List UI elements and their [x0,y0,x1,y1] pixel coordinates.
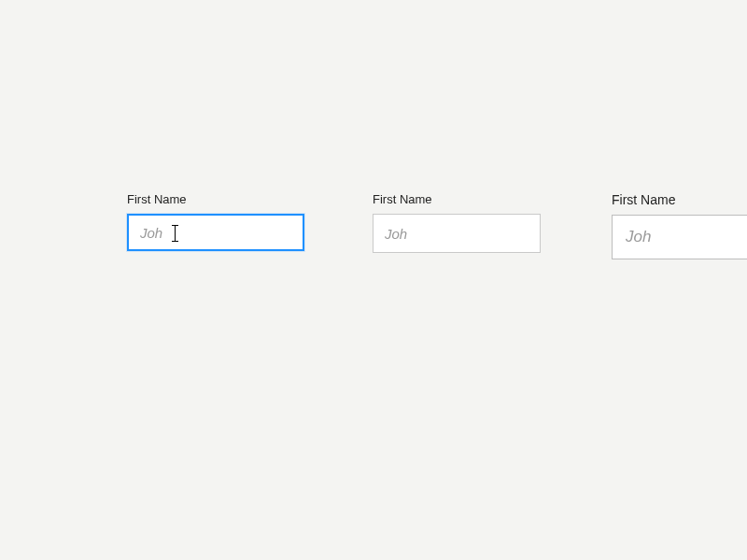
first-name-field-medium: First Name [373,192,541,253]
first-name-label: First Name [612,192,747,207]
first-name-field-focused: First Name [127,192,304,251]
first-name-input-focused[interactable] [127,214,304,251]
first-name-label: First Name [127,192,304,206]
first-name-input-large[interactable] [612,215,747,259]
first-name-input-medium[interactable] [373,214,541,253]
first-name-label: First Name [373,192,541,206]
first-name-field-large: First Name [612,192,747,259]
